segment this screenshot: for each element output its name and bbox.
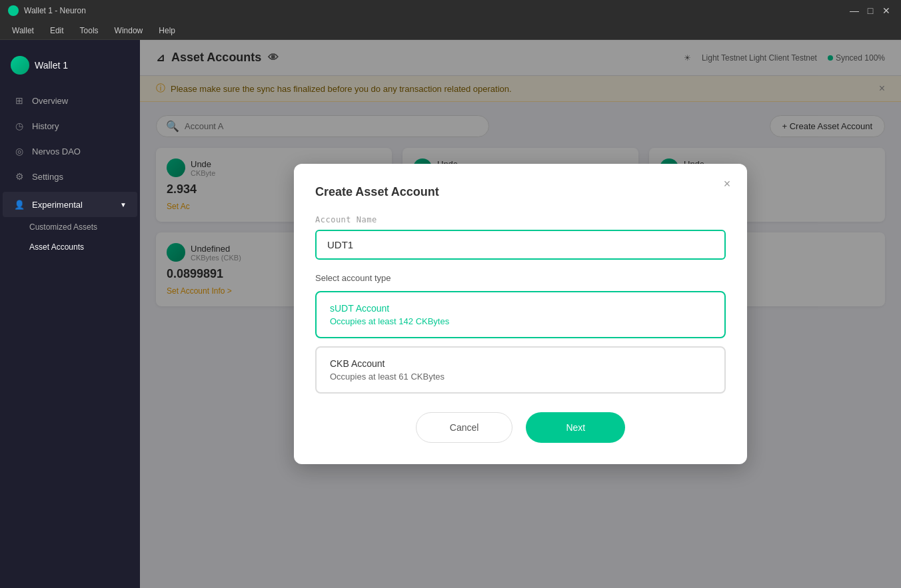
menu-tools[interactable]: Tools <box>73 25 105 37</box>
overview-icon: ⊞ <box>13 95 25 107</box>
wallet-name: Wallet 1 <box>35 60 68 71</box>
sudt-option-desc: Occupies at least 142 CKBytes <box>330 316 711 326</box>
titlebar: Wallet 1 - Neuron — □ ✕ <box>0 0 901 21</box>
account-name-label: Account Name <box>315 215 726 224</box>
modal-actions: Cancel Next <box>315 412 726 443</box>
app-title: Wallet 1 - Neuron <box>24 6 86 15</box>
sidebar-item-label: Overview <box>32 96 68 106</box>
menu-edit[interactable]: Edit <box>43 25 71 37</box>
select-type-label: Select account type <box>315 273 726 283</box>
sudt-account-option[interactable]: sUDT Account Occupies at least 142 CKByt… <box>315 291 726 338</box>
menubar: Wallet Edit Tools Window Help <box>0 21 901 40</box>
sidebar-item-asset-accounts[interactable]: Asset Accounts <box>0 237 140 257</box>
modal-overlay[interactable]: Create Asset Account × Account Name Sele… <box>140 40 901 588</box>
ckb-account-option[interactable]: CKB Account Occupies at least 61 CKBytes <box>315 346 726 394</box>
modal-title: Create Asset Account <box>315 185 726 199</box>
close-button[interactable]: ✕ <box>880 4 893 17</box>
modal-close-button[interactable]: × <box>718 174 736 193</box>
sidebar-item-nervos-dao[interactable]: ◎ Nervos DAO <box>3 139 137 164</box>
sidebar-item-overview[interactable]: ⊞ Overview <box>3 88 137 113</box>
experimental-section: 👤 Experimental ▼ Customized Assets Asset… <box>0 192 140 257</box>
app-logo <box>8 5 19 16</box>
ckb-option-desc: Occupies at least 61 CKBytes <box>330 372 711 382</box>
maximize-button[interactable]: □ <box>864 4 877 17</box>
ckb-option-name: CKB Account <box>330 358 711 369</box>
experimental-label: Experimental <box>32 200 83 210</box>
wallet-icon <box>11 56 29 75</box>
next-button[interactable]: Next <box>526 412 625 443</box>
account-name-input[interactable] <box>315 230 726 260</box>
menu-help[interactable]: Help <box>152 25 182 37</box>
experimental-header[interactable]: 👤 Experimental ▼ <box>3 192 137 217</box>
sidebar-item-label: History <box>32 121 59 131</box>
settings-icon: ⚙ <box>13 170 25 182</box>
wallet-header: Wallet 1 <box>0 51 140 88</box>
menu-wallet[interactable]: Wallet <box>5 25 41 37</box>
chevron-down-icon: ▼ <box>120 201 127 208</box>
history-icon: ◷ <box>13 120 25 132</box>
cancel-button[interactable]: Cancel <box>416 412 513 443</box>
sidebar-item-label: Settings <box>32 172 63 182</box>
sidebar: Wallet 1 ⊞ Overview ◷ History ◎ Nervos D… <box>0 40 140 588</box>
sidebar-item-history[interactable]: ◷ History <box>3 113 137 139</box>
titlebar-controls: — □ ✕ <box>848 4 893 17</box>
dao-icon: ◎ <box>13 145 25 157</box>
sidebar-item-customized-assets[interactable]: Customized Assets <box>0 217 140 237</box>
sudt-option-name: sUDT Account <box>330 303 711 314</box>
create-asset-account-modal: Create Asset Account × Account Name Sele… <box>294 164 747 464</box>
sidebar-item-settings[interactable]: ⚙ Settings <box>3 164 137 189</box>
titlebar-left: Wallet 1 - Neuron <box>8 5 86 16</box>
sidebar-item-label: Nervos DAO <box>32 147 81 156</box>
menu-window[interactable]: Window <box>108 25 150 37</box>
minimize-button[interactable]: — <box>848 4 861 17</box>
experimental-icon: 👤 <box>13 198 25 210</box>
